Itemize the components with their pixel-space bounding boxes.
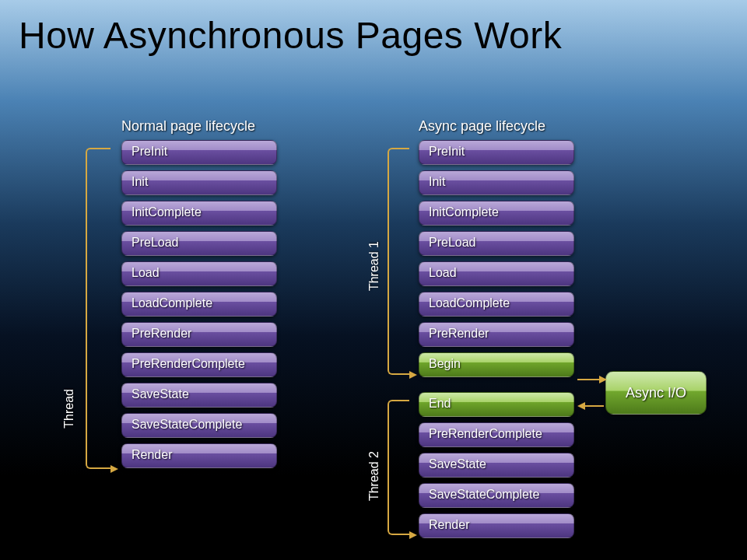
arrow-begin-to-io xyxy=(577,379,599,380)
lifecycle-step: LoadComplete xyxy=(419,292,574,317)
async-column-title: Async page lifecycle xyxy=(419,118,545,135)
page-title: How Asynchronous Pages Work xyxy=(19,14,562,57)
lifecycle-step: PreInit xyxy=(121,140,277,165)
lifecycle-step: PreLoad xyxy=(419,231,574,256)
lifecycle-step: Init xyxy=(419,170,574,195)
thread1-label: Thread 1 xyxy=(367,241,381,291)
lifecycle-step: SaveStateComplete xyxy=(121,413,277,438)
lifecycle-step: PreRenderComplete xyxy=(419,422,574,447)
arrow-normal-icon xyxy=(110,465,118,473)
lifecycle-step: SaveState xyxy=(419,453,574,478)
normal-lifecycle-stack: PreInitInitInitCompletePreLoadLoadLoadCo… xyxy=(121,140,277,468)
bracket-thread2 xyxy=(388,400,409,535)
bracket-normal xyxy=(86,148,110,469)
lifecycle-step: Load xyxy=(121,261,277,286)
thread2-label: Thread 2 xyxy=(367,451,381,501)
lifecycle-step: PreRenderComplete xyxy=(121,352,277,377)
lifecycle-step: Init xyxy=(121,170,277,195)
thread-label-normal: Thread xyxy=(62,389,76,429)
normal-column-title: Normal page lifecycle xyxy=(121,118,255,135)
lifecycle-step: Load xyxy=(419,261,574,286)
lifecycle-step: Begin xyxy=(419,352,574,377)
lifecycle-step: LoadComplete xyxy=(121,292,277,317)
async-io-box: Async I/O xyxy=(605,371,707,415)
lifecycle-step: InitComplete xyxy=(419,201,574,226)
bracket-thread1 xyxy=(388,148,409,375)
lifecycle-step: Render xyxy=(419,513,574,538)
lifecycle-step: PreRender xyxy=(121,322,277,347)
lifecycle-step: InitComplete xyxy=(121,201,277,226)
async-thread1-stack: PreInitInitInitCompletePreLoadLoadLoadCo… xyxy=(419,140,574,377)
arrow-thread1-icon xyxy=(409,371,417,379)
lifecycle-step: Render xyxy=(121,443,277,468)
arrow-thread2-icon xyxy=(409,531,417,539)
lifecycle-step: PreInit xyxy=(419,140,574,165)
lifecycle-step: PreLoad xyxy=(121,231,277,256)
lifecycle-step: PreRender xyxy=(419,322,574,347)
lifecycle-step: End xyxy=(419,392,574,417)
async-thread2-stack: EndPreRenderCompleteSaveStateSaveStateCo… xyxy=(419,392,574,538)
arrow-io-to-end xyxy=(585,405,604,407)
lifecycle-step: SaveState xyxy=(121,383,277,408)
lifecycle-step: SaveStateComplete xyxy=(419,483,574,508)
